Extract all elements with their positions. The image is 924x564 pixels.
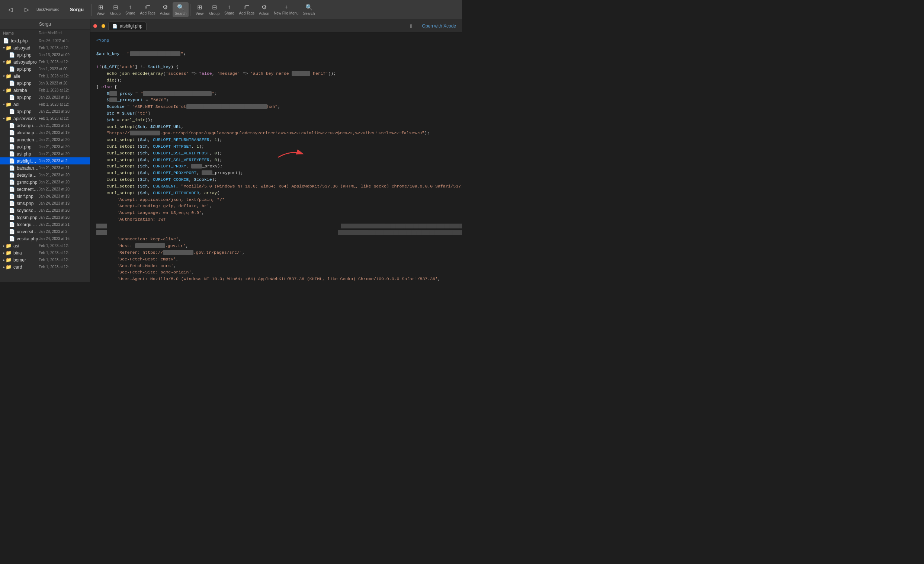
list-item[interactable]: ▾📁 akraba Feb 1, 2023 at 12: [0, 87, 90, 94]
file-icon: 📄 [9, 137, 15, 142]
add-tags-button-right[interactable]: 🏷 Add Tags [237, 2, 256, 17]
item-name: detayliadres.php [17, 172, 39, 178]
view-button-right[interactable]: ⊞ View [192, 2, 207, 17]
item-date: Dec 26, 2022 at 1: [39, 39, 87, 43]
item-name: bina [14, 250, 39, 256]
item-name: sinif.php [17, 194, 39, 199]
group-button-right[interactable]: ⊟ Group [207, 2, 222, 17]
back-button[interactable]: ◁ [3, 4, 18, 15]
item-name: api.php [17, 95, 39, 100]
file-icon: 📄 [9, 214, 15, 220]
view-button-left[interactable]: ⊞ View [93, 2, 108, 17]
main-toolbar: ◁ ▷ Back/Forward Sorgu ⊞ View ⊟ Group ↑ … [0, 0, 462, 20]
group-button-left[interactable]: ⊟ Group [108, 2, 123, 17]
folder-icon: 📁 [6, 73, 12, 79]
view-label-right: View [196, 12, 204, 16]
list-item[interactable]: 📄 api.php Jan 21, 2023 at 20: [0, 108, 90, 115]
list-item[interactable]: 📄 api.php Jan 3, 2023 at 20: [0, 80, 90, 87]
list-item[interactable]: 📄 babadancocuksorgu.php Jan 21, 2023 at … [0, 165, 90, 171]
list-item[interactable]: ▾📁 aile Feb 1, 2023 at 12: [0, 72, 90, 80]
action-button-left[interactable]: ⚙ Action [158, 2, 172, 17]
item-name: api.php [17, 109, 39, 114]
folder-icon: 📁 [6, 102, 12, 107]
folder-arrow: ▸ [3, 251, 5, 255]
share-label-right: Share [224, 11, 234, 15]
view-icon-right: ⊞ [197, 4, 202, 11]
list-item[interactable]: ▾📁 adsoyadpro Feb 1, 2023 at 12: [0, 58, 90, 66]
file-icon: 📄 [9, 66, 15, 72]
search-button-right[interactable]: 🔍 Search [301, 2, 317, 17]
item-name: api.php [17, 52, 39, 58]
list-item[interactable]: 📄 api.php Jan 13, 2023 at 09: [0, 51, 90, 58]
action-button-right[interactable]: ⚙ Action [256, 2, 272, 17]
list-item[interactable]: 📄 universite.php Jan 28, 2023 at 2: [0, 228, 90, 235]
close-tab-button[interactable] [93, 24, 97, 28]
item-name: sms.php [17, 201, 39, 206]
list-item[interactable]: 📄 tcsorgu.php Jan 21, 2023 at 21: [0, 221, 90, 228]
toolbar-separator-1 [91, 4, 92, 16]
list-item[interactable]: 📄 gsmtc.php Jan 21, 2023 at 20: [0, 178, 90, 186]
folder-icon: 📁 [6, 87, 12, 93]
file-icon: 📄 [9, 80, 15, 86]
add-tags-button-left[interactable]: 🏷 Add Tags [138, 2, 158, 17]
file-list[interactable]: 📄 tcxd.php Dec 26, 2022 at 1: ▾📁 adsoyad… [0, 37, 90, 282]
list-item[interactable]: 📄 vesika.php Jan 24, 2023 at 16: [0, 235, 90, 242]
group-icon-right: ⊟ [212, 4, 217, 11]
share-icon: ↑ [129, 4, 132, 10]
item-date: Feb 1, 2023 at 12: [39, 244, 87, 248]
item-date: Jan 24, 2023 at 19: [39, 201, 87, 206]
file-icon: 📄 [9, 172, 15, 178]
sidebar-title: Sorgu [0, 20, 90, 29]
new-file-menu-button[interactable]: + New File Menu [272, 2, 301, 17]
list-item[interactable]: ▸📁 bina Feb 1, 2023 at 12: [0, 249, 90, 256]
item-date: Jan 1, 2023 at 00: [39, 67, 87, 71]
forward-button[interactable]: ▷ [20, 4, 34, 15]
file-icon: 📄 [9, 222, 15, 227]
file-tab-bar: 📄 atsbilgi.php ⬆ Open with Xcode [90, 20, 462, 33]
list-item[interactable]: 📄 api.php Jan 1, 2023 at 00: [0, 66, 90, 72]
list-item[interactable]: 📄 api.php Jan 20, 2023 at 16: [0, 94, 90, 101]
new-file-menu-label: New File Menu [274, 11, 299, 15]
list-item[interactable]: ▾📁 adsoyad Feb 1, 2023 at 12: [0, 44, 90, 51]
list-item[interactable]: 📄 akraba.php Jan 24, 2023 at 19: [0, 129, 90, 136]
tab-share-button[interactable]: ⬆ [406, 22, 416, 30]
list-item[interactable]: 📄 annedencocuksorgu.php Jan 21, 2023 at … [0, 136, 90, 143]
list-item[interactable]: ▸📁 card Feb 1, 2023 at 12: [0, 263, 90, 270]
item-date: Feb 1, 2023 at 12: [39, 46, 87, 50]
folder-arrow: ▸ [3, 244, 5, 248]
item-date: Jan 21, 2023 at 20: [39, 215, 87, 219]
list-item[interactable]: 📄 atsbilgi.php Jan 22, 2023 at 2: [0, 158, 90, 165]
list-item[interactable]: 📄 aol.php Jan 21, 2023 at 20: [0, 143, 90, 150]
list-item[interactable]: ▾📁 apiservices Feb 1, 2023 at 12: [0, 115, 90, 122]
item-name: tcsorgu.php [17, 222, 39, 227]
search-button-left[interactable]: 🔍 Search [172, 2, 189, 17]
list-item[interactable]: ▸📁 bomer Feb 1, 2023 at 12: [0, 256, 90, 263]
list-item[interactable]: ▾📁 aol Feb 1, 2023 at 12: [0, 101, 90, 108]
item-name: aile [14, 74, 39, 79]
list-item[interactable]: 📄 tcxd.php Dec 26, 2022 at 1: [0, 37, 90, 44]
file-icon: 📄 [9, 158, 15, 164]
list-item[interactable]: 📄 soyadsorgu.php Jan 21, 2023 at 20: [0, 207, 90, 214]
share-icon-right: ↑ [228, 4, 231, 10]
list-item[interactable]: 📄 tcgsm.php Jan 21, 2023 at 20: [0, 214, 90, 221]
folder-arrow: ▸ [3, 265, 5, 269]
folder-arrow: ▾ [3, 117, 5, 120]
list-item[interactable]: 📄 sinif.php Jan 24, 2023 at 19: [0, 193, 90, 200]
open-with-xcode-button[interactable]: Open with Xcode [419, 22, 459, 30]
list-item[interactable]: 📄 detayliadres.php Jan 21, 2023 at 20: [0, 171, 90, 178]
file-icon: 📄 [9, 130, 15, 135]
minimize-tab-button[interactable] [102, 24, 105, 28]
code-editor[interactable]: <?php $auth_key = "██████████████"; if($… [90, 33, 462, 282]
file-icon: 📄 [9, 151, 15, 157]
list-item[interactable]: 📄 secmentc.php Jan 21, 2023 at 20: [0, 186, 90, 193]
list-item[interactable]: 📄 adsorgu.php Jan 21, 2023 at 21: [0, 122, 90, 129]
list-item[interactable]: ▸📁 asi Feb 1, 2023 at 12: [0, 242, 90, 249]
folder-icon: 📁 [6, 257, 12, 262]
share-button-right[interactable]: ↑ Share [222, 2, 237, 17]
list-item[interactable]: 📄 sms.php Jan 24, 2023 at 19: [0, 200, 90, 207]
item-date: Feb 1, 2023 at 12: [39, 88, 87, 92]
item-name: aol [14, 102, 39, 107]
share-button-left[interactable]: ↑ Share [123, 2, 138, 17]
list-item[interactable]: 📄 asi.php Jan 21, 2023 at 20: [0, 150, 90, 158]
file-tab-atsbilgi[interactable]: 📄 atsbilgi.php [108, 22, 147, 30]
